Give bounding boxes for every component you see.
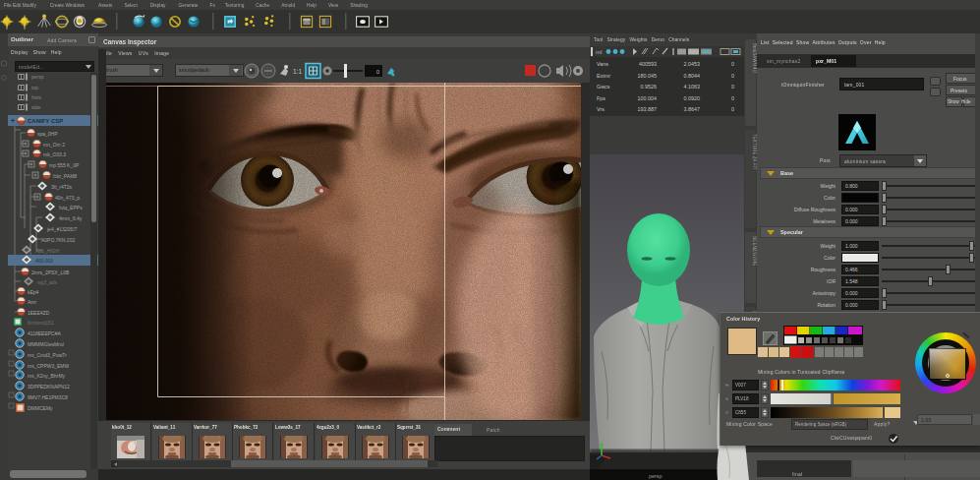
- svg-text:Apd_HIGH: Apd_HIGH: [35, 248, 60, 254]
- svg-text:Extmr: Extmr: [597, 73, 610, 79]
- svg-text:Amr: Amr: [28, 299, 37, 305]
- svg-text:180.045: 180.045: [638, 73, 658, 79]
- svg-text:fckr_PAM8: fckr_PAM8: [53, 173, 77, 179]
- svg-text:side: side: [31, 104, 40, 110]
- svg-text:ms_K2ny_BhrMy: ms_K2ny_BhrMy: [28, 373, 66, 379]
- svg-text:top: top: [31, 85, 38, 90]
- svg-text:0: 0: [731, 106, 734, 112]
- svg-text:0: 0: [731, 84, 734, 90]
- svg-text:Gwcs: Gwcs: [597, 84, 610, 90]
- svg-text:6mrknrq151: 6mrknrq151: [28, 320, 54, 326]
- svg-text:A0PO.7KN.202: A0PO.7KN.202: [41, 237, 75, 243]
- svg-text:0: 0: [731, 61, 734, 67]
- svg-text:100.004: 100.004: [638, 95, 658, 101]
- svg-text:ms_CPPW3_EMW: ms_CPPW3_EMW: [28, 363, 70, 369]
- svg-text:wg3_ads: wg3_ads: [37, 279, 58, 285]
- svg-text:3.8647: 3.8647: [684, 106, 701, 112]
- svg-text:0: 0: [731, 95, 734, 101]
- svg-text:Vans: Vans: [597, 61, 608, 67]
- svg-text:front: front: [31, 94, 42, 100]
- svg-text:futq_EPPs: futq_EPPs: [59, 205, 83, 210]
- svg-text:4mm_6.4y: 4mm_6.4y: [59, 215, 83, 221]
- svg-text:1EEE4ZD: 1EEE4ZD: [28, 310, 50, 316]
- svg-text:3DPPEDKNAPN12: 3DPPEDKNAPN12: [28, 384, 70, 390]
- svg-text:4118EEEPC#A: 4118EEEPC#A: [28, 330, 61, 336]
- svg-text:4.1063: 4.1063: [684, 84, 701, 90]
- svg-text:1:1: 1:1: [293, 68, 302, 75]
- svg-text:ms_Cmd3_PowTr: ms_Cmd3_PowTr: [28, 352, 67, 358]
- svg-text:mn_Om 2: mn_Om 2: [43, 142, 65, 148]
- svg-text:MMMMGlesMnd: MMMMGlesMnd: [28, 341, 64, 347]
- svg-text:2mrs_2PSX_L0B: 2mrs_2PSX_L0B: [31, 270, 70, 275]
- svg-text:400.003: 400.003: [35, 258, 53, 264]
- svg-text:Fps: Fps: [597, 95, 605, 101]
- svg-text:ml: ml: [596, 49, 602, 55]
- svg-text:0.0920: 0.0920: [684, 95, 701, 101]
- svg-text:DMMCEMy: DMMCEMy: [28, 405, 53, 411]
- svg-text:193.887: 193.887: [638, 106, 658, 112]
- svg-text:40n_473_p: 40n_473_p: [55, 195, 80, 201]
- svg-text:Vrs: Vrs: [597, 106, 605, 112]
- svg-text:9MV7.HE1PM3C8: 9MV7.HE1PM3C8: [28, 394, 68, 400]
- svg-text:persp: persp: [31, 74, 44, 80]
- svg-text:3ft_r4T2s: 3ft_r4T2s: [51, 184, 73, 190]
- svg-text:0.8044: 0.8044: [684, 73, 701, 79]
- svg-text:2.0453: 2.0453: [684, 61, 701, 67]
- svg-text:persp: persp: [649, 473, 663, 479]
- svg-text:0.9526: 0.9526: [641, 84, 658, 90]
- svg-text:0: 0: [731, 73, 734, 79]
- svg-text:mk_O33.3: mk_O33.3: [43, 151, 66, 157]
- svg-text:mp 555 K_0P: mp 555 K_0P: [49, 162, 80, 168]
- svg-text:je4_#13205/7: je4_#13205/7: [46, 226, 78, 232]
- svg-text:CANIFY CSP: CANIFY CSP: [28, 118, 63, 124]
- svg-text:spa_0HP: spa_0HP: [37, 131, 58, 137]
- svg-text:400593: 400593: [639, 61, 657, 67]
- svg-text:kEp4: kEp4: [28, 289, 39, 295]
